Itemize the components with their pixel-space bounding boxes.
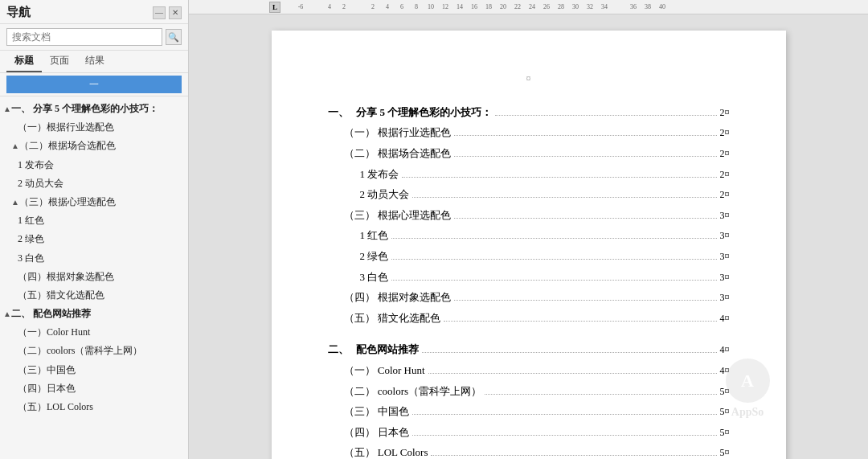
document-page: ¤ 一、 分享 5 个理解色彩的小技巧： 2¤ （一） 根据行业选配色 [272, 31, 786, 459]
toc-dots [412, 435, 717, 436]
toc-1-3-1: 1 红色 3¤ [328, 226, 730, 245]
tree-arrow: ▲ [3, 103, 11, 116]
tree-item-1-2[interactable]: ▲ （二）根据场合选配色 [0, 137, 188, 155]
toc-1-4-label: （四） 根据对象选配色 [344, 288, 451, 306]
toc-2-2-label: （二） coolors（雷科学上网） [344, 382, 482, 400]
document-wrapper: ¤ 一、 分享 5 个理解色彩的小技巧： 2¤ （一） 根据行业选配色 [272, 31, 786, 443]
toc-1-2-2-page: 2¤ [720, 186, 730, 204]
toc-dots [454, 300, 717, 301]
toc-2-1-page: 4¤ [720, 363, 730, 380]
tree-arrow-1-3: ▲ [11, 196, 19, 209]
toc-1-1-label: （一） 根据行业选配色 [344, 123, 451, 141]
toc-1-2: （二） 根据场合选配色 2¤ [328, 144, 730, 163]
toc-dots [454, 218, 717, 219]
tree-item-2-3[interactable]: （三）中国色 [0, 361, 188, 379]
toc-2-1: （一） Color Hunt 4¤ [328, 361, 730, 380]
toc-1-1-page: 2¤ [720, 125, 730, 142]
nav-controls: — ✕ [153, 6, 182, 19]
toc-dots [412, 414, 717, 415]
toc-dots [391, 280, 716, 281]
toc-1-2-1-page: 2¤ [720, 166, 730, 184]
tree-item-2-1[interactable]: （一）Color Hunt [0, 323, 188, 342]
toc-dots [454, 135, 717, 136]
toc-1-3-page: 3¤ [720, 207, 730, 225]
section-2: 二、 配色网站推荐 4¤ （一） Color Hunt 4¤ （二） coolo… [328, 340, 730, 459]
toc-dots [391, 238, 716, 239]
search-result-bar [0, 73, 188, 96]
toc-dots [454, 156, 717, 157]
nav-minimize-button[interactable]: — [153, 6, 166, 19]
tree-arrow-s2: ▲ [3, 308, 11, 321]
toc-1-3-3: 3 白色 3¤ [328, 268, 730, 287]
toc-1-3-1-page: 3¤ [720, 227, 730, 245]
left-navigation-panel: 导航 — ✕ 🔍 标题 页面 结果 ▲ 一、 分享 5 个理解色彩的小技巧： （… [0, 0, 189, 459]
toc-2-3-page: 5¤ [720, 404, 730, 421]
search-result-input[interactable] [6, 76, 182, 93]
toc-2-2-page: 5¤ [720, 383, 730, 401]
toc-1-2-label: （二） 根据场合选配色 [344, 144, 451, 162]
tree-item-1-2-2[interactable]: 2 动员大会 [0, 174, 188, 193]
search-input[interactable] [6, 28, 162, 46]
doc-top-mark: ¤ [328, 71, 730, 87]
tree-item-section1[interactable]: ▲ 一、 分享 5 个理解色彩的小技巧： [0, 100, 188, 118]
toc-dots [391, 259, 716, 260]
ruler-marks: -6 4 2 2 4 6 8 10 12 14 16 18 20 22 24 2… [293, 3, 669, 10]
tree-item-1-1[interactable]: （一）根据行业选配色 [0, 118, 188, 137]
nav-title: 导航 [6, 5, 31, 20]
search-bar: 🔍 [0, 24, 188, 51]
tree-item-2-2[interactable]: （二）coolors（需科学上网） [0, 342, 188, 360]
tree-item-1-4[interactable]: （四）根据对象选配色 [0, 268, 188, 286]
tree-item-section2[interactable]: ▲ 二、 配色网站推荐 [0, 305, 188, 323]
ruler-tab-marker: L [269, 2, 280, 13]
tab-results[interactable]: 结果 [77, 51, 113, 72]
section-1: 一、 分享 5 个理解色彩的小技巧： 2¤ （一） 根据行业选配色 2¤ （二）… [328, 103, 730, 328]
nav-tabs: 标题 页面 结果 [0, 51, 188, 73]
toc-dots [422, 352, 716, 353]
toc-dots [402, 177, 716, 178]
tab-page[interactable]: 页面 [42, 51, 77, 72]
toc-2-3: （三） 中国色 5¤ [328, 402, 730, 421]
toc-2-2: （二） coolors（雷科学上网） 5¤ [328, 382, 730, 401]
toc-1-3-2: 2 绿色 3¤ [328, 247, 730, 266]
ruler: L -6 4 2 2 4 6 8 10 12 14 16 18 20 22 24… [189, 0, 868, 14]
document-area[interactable]: ¤ 一、 分享 5 个理解色彩的小技巧： 2¤ （一） 根据行业选配色 [189, 14, 868, 459]
tree-item-1-3-3[interactable]: 3 白色 [0, 249, 188, 268]
nav-header: 导航 — ✕ [0, 0, 188, 24]
toc-2-3-label: （三） 中国色 [344, 402, 409, 420]
toc-1-3-3-page: 3¤ [720, 269, 730, 287]
toc-dots [485, 394, 716, 395]
tab-title[interactable]: 标题 [6, 51, 42, 72]
toc-1-3-3-label: 3 白色 [360, 268, 389, 286]
right-document-panel: L -6 4 2 2 4 6 8 10 12 14 16 18 20 22 24… [189, 0, 868, 459]
nav-tree: ▲ 一、 分享 5 个理解色彩的小技巧： （一）根据行业选配色 ▲ （二）根据场… [0, 96, 188, 459]
toc-s1-label: 一、 分享 5 个理解色彩的小技巧： [328, 103, 493, 121]
toc-2-4: （四） 日本色 5¤ [328, 423, 730, 442]
search-icon[interactable]: 🔍 [166, 29, 182, 45]
toc-1-2-1-label: 1 发布会 [360, 165, 399, 183]
toc-1-1: （一） 根据行业选配色 2¤ [328, 123, 730, 142]
toc-2-5-label: （五） LOL Colors [344, 443, 428, 459]
tree-item-2-4[interactable]: （四）日本色 [0, 379, 188, 398]
nav-close-button[interactable]: ✕ [169, 6, 182, 19]
tree-item-1-3-2[interactable]: 2 绿色 [0, 230, 188, 248]
tree-arrow-1-2: ▲ [11, 140, 19, 153]
toc-1-4: （四） 根据对象选配色 3¤ [328, 288, 730, 307]
toc-1-3-2-label: 2 绿色 [360, 247, 389, 265]
toc-s1-page: 2¤ [720, 105, 730, 122]
toc-dots [428, 373, 717, 374]
tree-item-1-2-1[interactable]: 1 发布会 [0, 156, 188, 174]
toc-section1-title: 一、 分享 5 个理解色彩的小技巧： 2¤ [328, 103, 730, 122]
toc-1-5: （五） 猎文化选配色 4¤ [328, 309, 730, 328]
tree-item-1-3[interactable]: ▲ （三）根据心理选配色 [0, 193, 188, 211]
tree-item-1-3-1[interactable]: 1 红色 [0, 211, 188, 230]
toc-2-4-label: （四） 日本色 [344, 423, 409, 441]
tree-item-2-5[interactable]: （五）LOL Colors [0, 398, 188, 416]
toc-dots [412, 197, 716, 198]
toc-1-3-label: （三） 根据心理选配色 [344, 206, 451, 224]
toc-2-1-label: （一） Color Hunt [344, 361, 425, 379]
toc-1-2-page: 2¤ [720, 145, 730, 163]
tree-item-1-5[interactable]: （五）猎文化选配色 [0, 286, 188, 305]
toc-dots [495, 115, 716, 116]
toc-2-5-page: 5¤ [720, 445, 730, 459]
toc-s2-page: 4¤ [720, 342, 730, 359]
